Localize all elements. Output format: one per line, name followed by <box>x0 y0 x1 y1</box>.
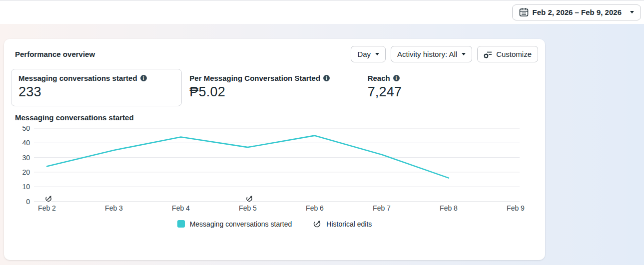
metric-value: ₱5.02 <box>189 84 359 100</box>
card-header: Performance overview Day Activity histor… <box>11 46 538 62</box>
metrics-row: Messaging conversations started i 233 Pe… <box>11 69 538 106</box>
day-granularity-label: Day <box>357 50 371 58</box>
svg-text:Feb 6: Feb 6 <box>306 204 324 212</box>
svg-text:40: 40 <box>22 139 30 147</box>
svg-text:20: 20 <box>22 168 30 176</box>
svg-text:Feb 3: Feb 3 <box>105 204 123 212</box>
metric-label: Per Messaging Conversation Started i <box>189 74 359 82</box>
svg-text:0: 0 <box>26 198 30 206</box>
metric-label-text: Messaging conversations started <box>18 74 137 82</box>
historical-edits-icon <box>313 220 321 228</box>
svg-text:50: 50 <box>22 124 30 132</box>
svg-text:Feb 8: Feb 8 <box>440 204 458 212</box>
customize-label: Customize <box>496 50 532 58</box>
chevron-down-icon <box>462 53 466 55</box>
svg-text:Feb 5: Feb 5 <box>239 204 257 212</box>
customize-icon <box>484 50 493 59</box>
metric-value: 7,247 <box>368 84 538 100</box>
legend-label-series: Messaging conversations started <box>190 220 292 228</box>
calendar-icon <box>519 7 529 17</box>
svg-text:10: 10 <box>22 183 30 191</box>
svg-text:Feb 9: Feb 9 <box>507 204 525 212</box>
metric-value: 233 <box>18 84 174 100</box>
metric-label: Messaging conversations started i <box>18 74 174 82</box>
performance-overview-card: Performance overview Day Activity histor… <box>4 39 545 260</box>
chart-controls: Day Activity history: All <box>351 46 538 62</box>
metric-label-text: Per Messaging Conversation Started <box>189 74 320 82</box>
chart-title: Messaging conversations started <box>15 113 538 122</box>
date-range-label: Feb 2, 2026 – Feb 9, 2026 <box>533 8 622 16</box>
svg-text:Feb 7: Feb 7 <box>373 204 391 212</box>
top-toolbar: Feb 2, 2026 – Feb 9, 2026 <box>0 0 644 24</box>
info-icon[interactable]: i <box>393 75 400 81</box>
info-icon[interactable]: i <box>323 75 330 81</box>
customize-button[interactable]: Customize <box>477 46 538 62</box>
activity-history-dropdown[interactable]: Activity history: All <box>391 46 472 62</box>
metric-reach[interactable]: Reach i 7,247 <box>367 69 538 106</box>
chart-legend: Messaging conversations started Historic… <box>11 220 538 228</box>
metric-messaging-conversations-started[interactable]: Messaging conversations started i 233 <box>11 69 182 106</box>
page-title: Performance overview <box>15 50 95 58</box>
legend-label-historical-edits: Historical edits <box>326 220 372 228</box>
activity-history-label: Activity history: All <box>397 50 457 58</box>
svg-text:Feb 2: Feb 2 <box>38 204 56 212</box>
chevron-down-icon <box>630 11 634 13</box>
chevron-down-icon <box>375 53 379 55</box>
metric-label: Reach i <box>368 74 538 82</box>
svg-text:30: 30 <box>22 154 30 162</box>
legend-swatch <box>177 220 185 228</box>
metric-per-messaging-conversation-started[interactable]: Per Messaging Conversation Started i ₱5.… <box>189 69 360 106</box>
date-range-picker[interactable]: Feb 2, 2026 – Feb 9, 2026 <box>512 4 641 20</box>
day-granularity-dropdown[interactable]: Day <box>351 46 386 62</box>
metric-label-text: Reach <box>368 74 390 82</box>
line-chart[interactable]: 01020304050 Feb 2Feb 3Feb 4Feb 5Feb 6Feb… <box>11 123 533 214</box>
svg-text:Feb 4: Feb 4 <box>172 204 190 212</box>
info-icon[interactable]: i <box>140 75 147 81</box>
